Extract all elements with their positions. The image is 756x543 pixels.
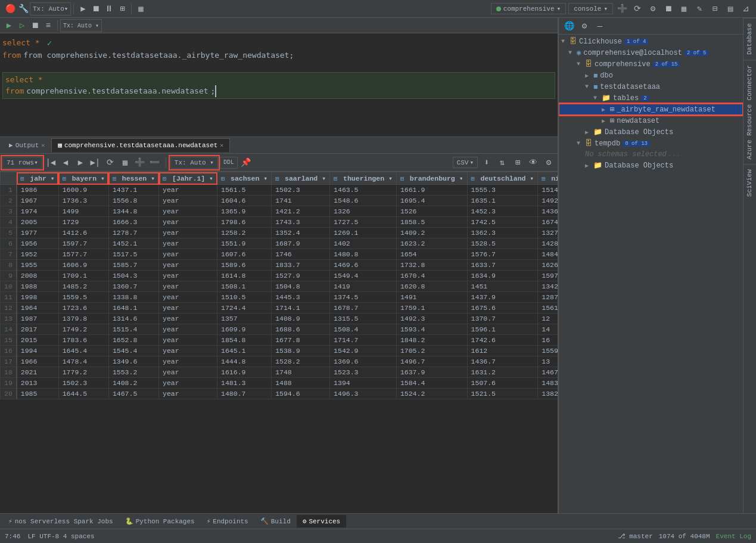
grid-nav-prev[interactable]: ◀ [60, 157, 71, 168]
tree-clickhouse[interactable]: ▼ 🗄 Clickhouse 1 of 4 [559, 36, 743, 47]
grid-nav-next[interactable]: ▶ [75, 157, 86, 168]
col-header-thueringen[interactable]: ⊞ thueringen ▾ [330, 172, 397, 185]
split-icon[interactable]: ⊟ [710, 4, 720, 14]
grid2-icon[interactable]: ▦ [679, 4, 689, 14]
status-event-log[interactable]: Event Log [716, 533, 751, 540]
stop-icon[interactable]: ⏹ [91, 4, 101, 14]
col-header-hessen[interactable]: ⊞ hessen ▾ [108, 172, 158, 185]
data-grid-container[interactable]: ⊞ jahr ▾ ⊞ bayern ▾ ⊞ hessen ▾ ⊞ [0, 172, 558, 513]
tree-airbyte-raw[interactable]: ▶ ⊞ _airbyte_raw_newdataset [559, 104, 743, 115]
grid-nav-first[interactable]: |◀ [45, 157, 56, 168]
close-conn-icon[interactable]: ⏹ [663, 4, 674, 14]
tree-tables[interactable]: ▼ 📁 tables 2 [559, 92, 743, 104]
table-row: 819551606.91585.7year1589.61833.71469.61… [1, 260, 558, 271]
db-settings-icon[interactable]: ⚙ [579, 21, 590, 32]
filter-icon[interactable]: ⊿ [741, 4, 751, 14]
data-cell: 1352.4 [272, 228, 330, 238]
grid-refresh[interactable]: ⟳ [105, 157, 116, 168]
pin-icon[interactable]: 📌 [241, 157, 251, 168]
tree-newdataset[interactable]: ▶ ⊞ newdataset [559, 115, 743, 126]
db-sidebar: 🌐 ⚙ — ▼ 🗄 Clickhouse 1 of 4 ▼ ◉ comprehe… [558, 18, 743, 513]
table-tab-close[interactable]: ✕ [220, 142, 223, 149]
arrow-tempdb: ▼ [577, 140, 585, 147]
data-cell: 12 [538, 314, 558, 324]
download-icon[interactable]: ⬇ [481, 157, 492, 168]
console-badge[interactable]: console ▾ [568, 3, 613, 14]
tx-editor-dropdown[interactable]: Tx: Auto ▾ [60, 19, 102, 32]
bottom-tab-build[interactable]: 🔨 Build [254, 515, 297, 528]
output-tab-close[interactable]: ✕ [41, 142, 45, 149]
connection-badge[interactable]: comprehensive ▾ [491, 3, 566, 14]
col-header-deutschland[interactable]: ⊞ deutschland ▾ [467, 172, 538, 185]
side-tab-database[interactable]: Database [743, 18, 756, 60]
data-cell: 1556.8 [108, 196, 158, 206]
layout-icon[interactable]: ▤ [725, 4, 736, 14]
comp-localhost-label: comprehensive@localhost [583, 49, 682, 57]
output-tab[interactable]: ▶ Output ✕ [2, 138, 51, 152]
tree-comp-localhost[interactable]: ▼ ◉ comprehensive@localhost 2 of 5 [559, 47, 743, 58]
table-result-tab[interactable]: ▦ comprehensive.testdatasetaaa.newdatase… [51, 138, 230, 152]
table2-icon[interactable]: ▦ [135, 4, 146, 14]
stop-editor-icon[interactable]: ⏹ [30, 20, 41, 31]
run-line-icon[interactable]: ▷ [17, 20, 27, 31]
run-editor-icon[interactable]: ▶ [4, 20, 14, 31]
run-icon[interactable]: ▶ [77, 4, 88, 14]
bottom-tab-endpoints[interactable]: ⚡ Endpoints [201, 515, 254, 528]
format-icon[interactable]: ≡ [43, 20, 54, 31]
refresh-icon[interactable]: ⟳ [632, 4, 643, 14]
grid-del-row[interactable]: ➖ [150, 157, 160, 168]
step-icon[interactable]: ⏸ [104, 4, 114, 14]
col-header-jahr1[interactable]: ⊞ [Jahr.1] ▾ [159, 172, 217, 185]
settings-icon[interactable]: ⚙ [648, 4, 658, 14]
sql-editor[interactable]: select * ✓ from from comprehensive.testd… [0, 33, 558, 136]
layout2-icon[interactable]: ⊞ [512, 157, 523, 168]
data-cell: 1631.2 [467, 367, 538, 378]
data-cell: 1315.5 [330, 314, 397, 324]
data-cell: year [159, 346, 217, 356]
col-header-saarland[interactable]: ⊞ saarland ▾ [272, 172, 330, 185]
ddl-button[interactable]: DDL [220, 157, 238, 169]
data-cell: 1952 [17, 249, 58, 260]
gear2-icon[interactable]: ⚙ [543, 157, 554, 168]
table-row: 1319871379.81314.6year13571408.91315.514… [1, 314, 558, 324]
comprehensive-label: comprehensive [595, 60, 651, 69]
bottom-tab-spark[interactable]: ⚡ nos Serverless Spark Jobs [2, 515, 119, 528]
side-tab-sciview[interactable]: SciView [743, 164, 756, 201]
grid-add-row[interactable]: ➕ [135, 157, 145, 168]
grid-table-icon[interactable]: ▦ [120, 157, 130, 168]
tx-dropdown[interactable]: Tx: Auto ▾ [30, 2, 71, 15]
tree-db-objects2[interactable]: ▶ 📁 Database Objects [559, 160, 743, 171]
data-cell: 2021 [17, 367, 58, 378]
data-cell: 1559 [538, 346, 558, 356]
col-header-jahr[interactable]: ⊞ jahr ▾ [17, 172, 58, 185]
data-cell: year [159, 335, 217, 346]
tree-db-objects1[interactable]: ▶ 📁 Database Objects [559, 126, 743, 138]
side-tab-azure[interactable]: Azure Resource Connector [743, 60, 756, 164]
data-cell: 1467 [538, 367, 558, 378]
col-header-sachsen[interactable]: ⊞ sachsen ▾ [217, 172, 272, 185]
csv-button[interactable]: CSV ▾ [453, 157, 478, 168]
tree-comprehensive[interactable]: ▼ 🗄 comprehensive 2 of 15 [559, 58, 743, 70]
edit-icon[interactable]: ✎ [694, 4, 705, 14]
tx-grid-dropdown[interactable]: Tx: Auto ▾ [170, 157, 218, 169]
eye-icon[interactable]: 👁 [528, 157, 539, 168]
db-minimize-icon[interactable]: — [595, 21, 605, 32]
wrench-icon[interactable]: 🔧 [18, 4, 29, 14]
grid-icon[interactable]: ⊞ [117, 4, 127, 14]
bottom-tab-services[interactable]: ⚙ Services [297, 515, 346, 528]
branch-icon: ⎇ [618, 533, 626, 540]
col-header-brandenburg[interactable]: ⊞ brandenburg ▾ [396, 172, 467, 185]
sort-icon[interactable]: ⇅ [497, 157, 508, 168]
add-icon[interactable]: ➕ [617, 4, 627, 14]
col-header-bayern[interactable]: ⊞ bayern ▾ [58, 172, 108, 185]
data-cell: 1349.6 [108, 356, 158, 367]
tree-dbo[interactable]: ▶ ◼ dbo [559, 70, 743, 81]
table-row: 119861600.91437.1year1561.51502.31463.51… [1, 185, 558, 196]
db-globe-icon[interactable]: 🌐 [564, 21, 574, 32]
col-header-niedersachsen[interactable]: ⊞ niedersachsen [538, 172, 558, 185]
grid-nav-last[interactable]: ▶| [90, 157, 101, 168]
tree-testdatasetaaa[interactable]: ▼ ◼ testdatasetaaa [559, 81, 743, 92]
tree-tempdb[interactable]: ▼ 🗄 tempdb 0 of 13 [559, 138, 743, 149]
bottom-tab-python[interactable]: 🐍 Python Packages [119, 515, 201, 528]
db-tree[interactable]: ▼ 🗄 Clickhouse 1 of 4 ▼ ◉ comprehensive@… [559, 35, 743, 513]
